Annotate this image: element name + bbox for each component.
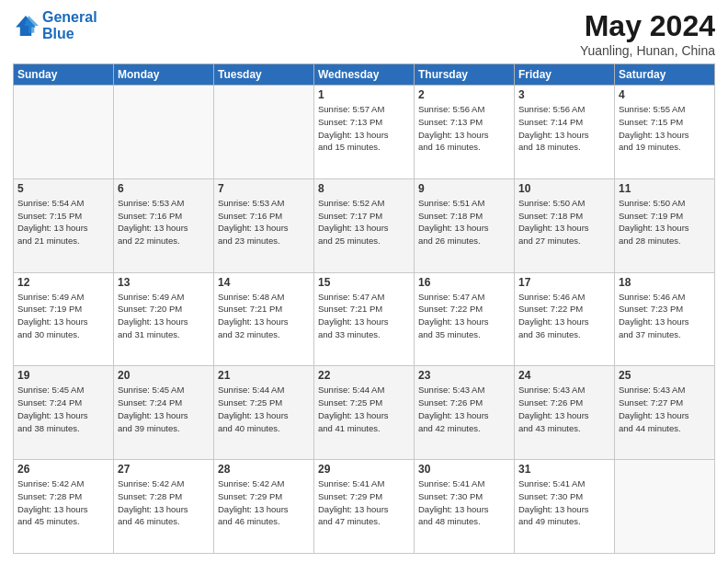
calendar-cell: 9Sunrise: 5:51 AM Sunset: 7:18 PM Daylig… <box>415 178 515 272</box>
day-info: Sunrise: 5:47 AM Sunset: 7:21 PM Dayligh… <box>318 291 410 341</box>
calendar-week-row: 12Sunrise: 5:49 AM Sunset: 7:19 PM Dayli… <box>14 272 715 366</box>
day-number: 20 <box>118 369 210 382</box>
day-number: 2 <box>418 88 510 101</box>
day-number: 31 <box>518 463 610 476</box>
day-info: Sunrise: 5:47 AM Sunset: 7:22 PM Dayligh… <box>418 291 510 341</box>
calendar-cell: 6Sunrise: 5:53 AM Sunset: 7:16 PM Daylig… <box>114 178 214 272</box>
day-info: Sunrise: 5:42 AM Sunset: 7:28 PM Dayligh… <box>118 477 210 528</box>
day-info: Sunrise: 5:57 AM Sunset: 7:13 PM Dayligh… <box>318 103 410 154</box>
calendar-cell: 12Sunrise: 5:49 AM Sunset: 7:19 PM Dayli… <box>14 272 114 366</box>
day-info: Sunrise: 5:55 AM Sunset: 7:15 PM Dayligh… <box>619 103 711 154</box>
calendar-cell: 17Sunrise: 5:46 AM Sunset: 7:22 PM Dayli… <box>515 272 615 366</box>
day-number: 14 <box>218 276 310 289</box>
day-number: 27 <box>118 463 210 476</box>
calendar-week-row: 26Sunrise: 5:42 AM Sunset: 7:28 PM Dayli… <box>14 460 715 554</box>
calendar-header-tuesday: Tuesday <box>214 64 314 86</box>
calendar-cell <box>14 86 114 179</box>
day-info: Sunrise: 5:56 AM Sunset: 7:14 PM Dayligh… <box>518 103 610 154</box>
main-title: May 2024 <box>580 9 715 43</box>
day-number: 18 <box>619 276 711 289</box>
day-info: Sunrise: 5:56 AM Sunset: 7:13 PM Dayligh… <box>418 103 510 154</box>
day-info: Sunrise: 5:42 AM Sunset: 7:29 PM Dayligh… <box>218 477 310 528</box>
calendar-week-row: 1Sunrise: 5:57 AM Sunset: 7:13 PM Daylig… <box>14 86 715 179</box>
calendar-cell: 13Sunrise: 5:49 AM Sunset: 7:20 PM Dayli… <box>114 272 214 366</box>
day-number: 28 <box>218 463 310 476</box>
calendar-header-sunday: Sunday <box>14 64 114 86</box>
day-info: Sunrise: 5:53 AM Sunset: 7:16 PM Dayligh… <box>218 197 310 247</box>
day-info: Sunrise: 5:48 AM Sunset: 7:21 PM Dayligh… <box>218 291 310 341</box>
day-number: 17 <box>518 276 610 289</box>
day-info: Sunrise: 5:43 AM Sunset: 7:26 PM Dayligh… <box>518 384 610 434</box>
calendar-cell: 31Sunrise: 5:41 AM Sunset: 7:30 PM Dayli… <box>515 460 615 554</box>
calendar-cell: 8Sunrise: 5:52 AM Sunset: 7:17 PM Daylig… <box>314 178 415 272</box>
calendar-cell: 7Sunrise: 5:53 AM Sunset: 7:16 PM Daylig… <box>214 178 314 272</box>
calendar-cell: 27Sunrise: 5:42 AM Sunset: 7:28 PM Dayli… <box>114 460 214 554</box>
calendar-cell: 28Sunrise: 5:42 AM Sunset: 7:29 PM Dayli… <box>214 460 314 554</box>
calendar-header-saturday: Saturday <box>615 64 715 86</box>
day-number: 25 <box>619 369 711 382</box>
day-number: 6 <box>118 182 210 195</box>
calendar-cell: 20Sunrise: 5:45 AM Sunset: 7:24 PM Dayli… <box>114 366 214 460</box>
calendar-cell: 30Sunrise: 5:41 AM Sunset: 7:30 PM Dayli… <box>415 460 515 554</box>
calendar-header-thursday: Thursday <box>415 64 515 86</box>
day-number: 7 <box>218 182 310 195</box>
day-number: 13 <box>118 276 210 289</box>
day-info: Sunrise: 5:45 AM Sunset: 7:24 PM Dayligh… <box>17 384 109 434</box>
calendar-cell: 23Sunrise: 5:43 AM Sunset: 7:26 PM Dayli… <box>415 366 515 460</box>
day-info: Sunrise: 5:43 AM Sunset: 7:27 PM Dayligh… <box>619 384 711 434</box>
day-info: Sunrise: 5:50 AM Sunset: 7:18 PM Dayligh… <box>518 197 610 247</box>
calendar-cell: 19Sunrise: 5:45 AM Sunset: 7:24 PM Dayli… <box>14 366 114 460</box>
day-number: 16 <box>418 276 510 289</box>
day-number: 8 <box>318 182 410 195</box>
day-number: 21 <box>218 369 310 382</box>
calendar-cell: 16Sunrise: 5:47 AM Sunset: 7:22 PM Dayli… <box>415 272 515 366</box>
day-info: Sunrise: 5:45 AM Sunset: 7:24 PM Dayligh… <box>118 384 210 434</box>
day-number: 4 <box>619 88 711 101</box>
day-info: Sunrise: 5:41 AM Sunset: 7:30 PM Dayligh… <box>518 477 610 528</box>
day-info: Sunrise: 5:41 AM Sunset: 7:30 PM Dayligh… <box>418 477 510 528</box>
day-info: Sunrise: 5:44 AM Sunset: 7:25 PM Dayligh… <box>318 384 410 434</box>
day-number: 22 <box>318 369 410 382</box>
calendar-cell: 21Sunrise: 5:44 AM Sunset: 7:25 PM Dayli… <box>214 366 314 460</box>
day-number: 5 <box>17 182 109 195</box>
day-number: 24 <box>518 369 610 382</box>
day-info: Sunrise: 5:54 AM Sunset: 7:15 PM Dayligh… <box>17 197 109 247</box>
day-number: 3 <box>518 88 610 101</box>
calendar-header-wednesday: Wednesday <box>314 64 415 86</box>
subtitle: Yuanling, Hunan, China <box>580 43 715 58</box>
calendar-cell: 4Sunrise: 5:55 AM Sunset: 7:15 PM Daylig… <box>615 86 715 179</box>
day-info: Sunrise: 5:44 AM Sunset: 7:25 PM Dayligh… <box>218 384 310 434</box>
calendar-table: SundayMondayTuesdayWednesdayThursdayFrid… <box>13 63 715 554</box>
day-number: 23 <box>418 369 510 382</box>
calendar-cell: 15Sunrise: 5:47 AM Sunset: 7:21 PM Dayli… <box>314 272 415 366</box>
calendar-cell: 25Sunrise: 5:43 AM Sunset: 7:27 PM Dayli… <box>615 366 715 460</box>
calendar-week-row: 5Sunrise: 5:54 AM Sunset: 7:15 PM Daylig… <box>14 178 715 272</box>
logo-icon <box>13 13 39 39</box>
calendar-cell <box>615 460 715 554</box>
calendar-header-friday: Friday <box>515 64 615 86</box>
calendar-cell: 3Sunrise: 5:56 AM Sunset: 7:14 PM Daylig… <box>515 86 615 179</box>
day-info: Sunrise: 5:51 AM Sunset: 7:18 PM Dayligh… <box>418 197 510 247</box>
calendar-cell: 29Sunrise: 5:41 AM Sunset: 7:29 PM Dayli… <box>314 460 415 554</box>
calendar-cell: 1Sunrise: 5:57 AM Sunset: 7:13 PM Daylig… <box>314 86 415 179</box>
day-info: Sunrise: 5:52 AM Sunset: 7:17 PM Dayligh… <box>318 197 410 247</box>
page: General Blue May 2024 Yuanling, Hunan, C… <box>0 0 728 563</box>
calendar-header-monday: Monday <box>114 64 214 86</box>
calendar-header-row: SundayMondayTuesdayWednesdayThursdayFrid… <box>14 64 715 86</box>
day-number: 1 <box>318 88 410 101</box>
day-number: 26 <box>17 463 109 476</box>
calendar-cell <box>214 86 314 179</box>
title-block: May 2024 Yuanling, Hunan, China <box>580 9 715 58</box>
day-number: 9 <box>418 182 510 195</box>
calendar-cell: 5Sunrise: 5:54 AM Sunset: 7:15 PM Daylig… <box>14 178 114 272</box>
day-info: Sunrise: 5:46 AM Sunset: 7:22 PM Dayligh… <box>518 291 610 341</box>
day-number: 29 <box>318 463 410 476</box>
day-info: Sunrise: 5:41 AM Sunset: 7:29 PM Dayligh… <box>318 477 410 528</box>
day-info: Sunrise: 5:50 AM Sunset: 7:19 PM Dayligh… <box>619 197 711 247</box>
day-number: 30 <box>418 463 510 476</box>
day-number: 15 <box>318 276 410 289</box>
day-info: Sunrise: 5:43 AM Sunset: 7:26 PM Dayligh… <box>418 384 510 434</box>
day-number: 10 <box>518 182 610 195</box>
calendar-cell: 2Sunrise: 5:56 AM Sunset: 7:13 PM Daylig… <box>415 86 515 179</box>
calendar-cell: 22Sunrise: 5:44 AM Sunset: 7:25 PM Dayli… <box>314 366 415 460</box>
